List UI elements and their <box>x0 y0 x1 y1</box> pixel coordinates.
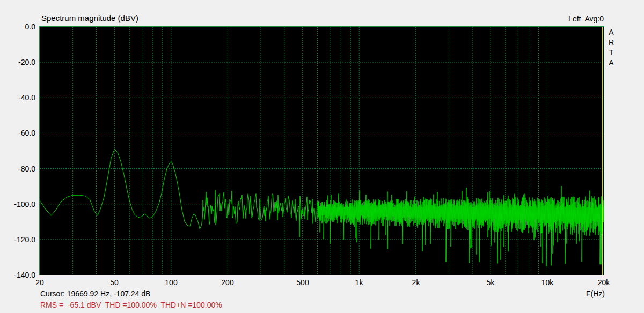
chart-title: Spectrum magnitude (dBV) <box>41 13 138 23</box>
x-tick-label: 20 <box>18 278 61 287</box>
x-tick-label: 20k <box>582 278 625 287</box>
arta-letter: A <box>607 58 616 68</box>
y-tick-label: -80.0 <box>0 164 35 174</box>
x-tick-label: 1k <box>338 278 380 287</box>
spectrum-svg <box>40 27 604 275</box>
spectrum-trace <box>40 149 604 266</box>
arta-letter: A <box>607 27 616 38</box>
rms-thd-readout: RMS = -65.1 dBV THD =100.00% THD+N =100.… <box>40 301 222 309</box>
x-axis-unit-label: F(Hz) <box>570 289 605 298</box>
y-tick-label: -100.0 <box>0 199 35 209</box>
arta-letter: R <box>607 38 616 48</box>
plot-area[interactable] <box>39 26 604 275</box>
x-tick-label: 2k <box>394 278 437 287</box>
channel-average-label: Left Avg:0 <box>568 14 604 23</box>
y-tick-label: -40.0 <box>0 93 35 102</box>
x-tick-label: 200 <box>206 278 249 287</box>
y-tick-label: -120.0 <box>0 235 35 244</box>
y-tick-label: -60.0 <box>0 128 35 138</box>
x-tick-label: 50 <box>93 278 136 287</box>
x-tick-label: 10k <box>526 278 569 287</box>
y-tick-label: -20.0 <box>0 57 35 67</box>
x-tick-label: 5k <box>469 278 512 287</box>
arta-watermark: ARTA <box>607 27 616 68</box>
x-tick-label: 100 <box>150 278 193 287</box>
grid-lines <box>40 27 604 275</box>
arta-letter: T <box>607 48 616 58</box>
cursor-readout: Cursor: 19669.92 Hz, -107.24 dB <box>40 289 150 298</box>
x-tick-label: 500 <box>281 278 324 287</box>
y-tick-label: 0.0 <box>0 22 35 32</box>
